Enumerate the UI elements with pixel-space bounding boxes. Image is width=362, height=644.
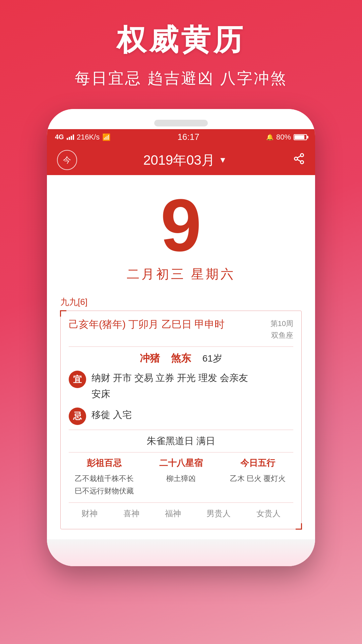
wu-xing-content: 乙木 巳火 覆灯火 <box>222 472 293 485</box>
year-info: 己亥年(猪年) 丁卯月 乙巳日 甲申时 <box>69 318 225 331</box>
status-time: 16:17 <box>178 132 199 142</box>
signal-icon <box>67 135 74 140</box>
battery-icon <box>294 134 307 140</box>
footer-fushen: 福神 <box>165 508 181 519</box>
ji-row: 忌 移徙 入宅 <box>69 407 293 425</box>
special-day: 朱雀黑道日 满日 <box>69 435 293 447</box>
app-title: 权威黄历 <box>0 20 362 60</box>
date-number: 9 <box>60 189 302 262</box>
svg-line-3 <box>297 159 301 161</box>
today-button-label: 今 <box>63 155 71 165</box>
status-right: 🔔 80% <box>266 133 307 142</box>
footer-caishen: 财神 <box>81 508 98 519</box>
yi-badge: 宜 <box>69 371 86 388</box>
bottom-grid: 彭祖百忌 乙不栽植千株不长 巳不远行财物伏藏 二十八星宿 柳土獐凶 今日五行 乙… <box>69 457 293 497</box>
battery-percent: 80% <box>276 133 291 142</box>
divider-2 <box>69 430 293 430</box>
phone-speaker <box>154 120 208 126</box>
ji-text: 移徙 入宅 <box>92 407 293 423</box>
status-left: 4G 216K/s 📶 <box>55 133 111 142</box>
xiu-content: 柳土獐凶 <box>145 472 217 485</box>
month-title[interactable]: 2019年03月 ▼ <box>143 151 227 169</box>
yi-row: 宜 纳财 开市 交易 立券 开光 理发 会亲友安床 <box>69 370 293 402</box>
age-label: 61岁 <box>202 353 222 364</box>
xiu-title: 二十八星宿 <box>145 457 217 469</box>
alarm-icon: 🔔 <box>266 133 274 141</box>
footer-nanguiren: 男贵人 <box>206 508 231 519</box>
wu-xing-title: 今日五行 <box>222 457 293 469</box>
month-text: 2019年03月 <box>143 151 215 169</box>
divider-1 <box>69 346 293 347</box>
yi-text: 纳财 开市 交易 立券 开光 理发 会亲友安床 <box>92 370 293 402</box>
wifi-icon: 📶 <box>102 133 111 141</box>
network-label: 4G <box>55 133 64 141</box>
peng-zu-content: 乙不栽植千株不长 巳不远行财物伏藏 <box>69 472 140 497</box>
date-display: 9 <box>60 189 302 262</box>
share-button[interactable] <box>293 153 305 168</box>
chong-label: 冲猪 <box>140 353 160 364</box>
phone-bezel-top <box>47 109 315 129</box>
today-button[interactable]: 今 <box>57 150 77 170</box>
footer-labels: 财神 喜神 福神 男贵人 女贵人 <box>69 502 293 522</box>
status-bar: 4G 216K/s 📶 16:17 🔔 80% <box>47 129 315 145</box>
year-row: 己亥年(猪年) 丁卯月 乙巳日 甲申时 第10周 双鱼座 <box>69 318 293 341</box>
app-header: 今 2019年03月 ▼ <box>47 145 315 175</box>
svg-line-4 <box>297 156 301 158</box>
chong-row: 冲猪 煞东 61岁 <box>69 352 293 365</box>
footer-xishen: 喜神 <box>123 508 139 519</box>
wu-xing-col: 今日五行 乙木 巳火 覆灯火 <box>222 457 293 497</box>
ji-badge: 忌 <box>69 408 86 425</box>
phone-bottom-area <box>47 539 315 566</box>
week-zodiac: 第10周 双鱼座 <box>270 318 293 341</box>
phone-mockup: 4G 216K/s 📶 16:17 🔔 80% <box>0 102 362 566</box>
divider-3 <box>69 452 293 452</box>
info-card: 己亥年(猪年) 丁卯月 乙巳日 甲申时 第10周 双鱼座 冲猪 煞东 61岁 <box>60 311 302 529</box>
xiu-col: 二十八星宿 柳土獐凶 <box>145 457 217 497</box>
calendar-content: 9 二月初三 星期六 九九[6] 己亥年(猪年) 丁卯月 乙巳日 甲申时 第10… <box>47 175 315 539</box>
sha-label: 煞东 <box>171 353 191 364</box>
footer-nvguiren: 女贵人 <box>256 508 281 519</box>
speed-label: 216K/s <box>77 133 100 142</box>
app-subtitle: 每日宜忌 趋吉避凶 八字冲煞 <box>0 68 362 89</box>
chevron-down-icon: ▼ <box>219 155 227 165</box>
peng-zu-title: 彭祖百忌 <box>69 457 140 469</box>
nine-nine-label: 九九[6] <box>60 296 302 308</box>
lunar-date: 二月初三 星期六 <box>60 266 302 283</box>
peng-zu-col: 彭祖百忌 乙不栽植千株不长 巳不远行财物伏藏 <box>69 457 140 497</box>
